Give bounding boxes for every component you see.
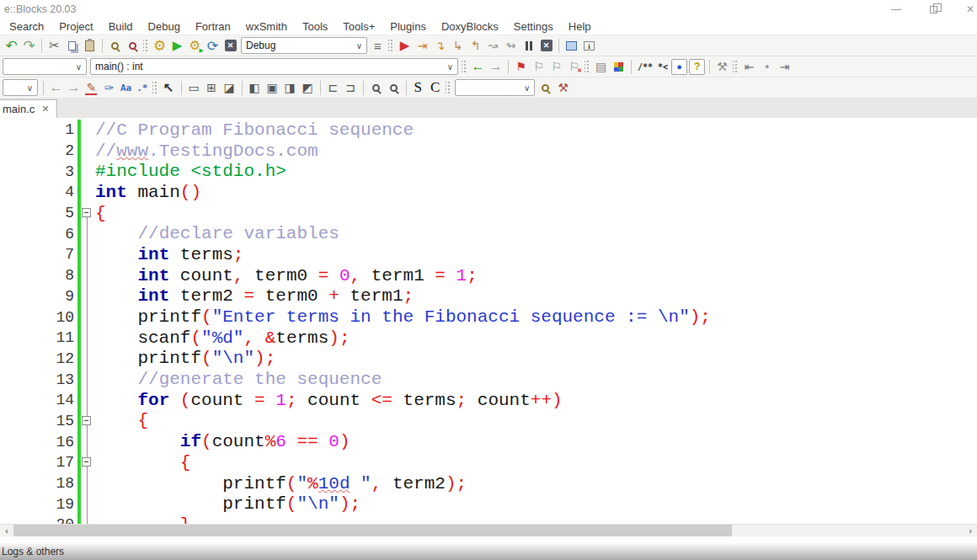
incremental-search-highlight-icon[interactable]: ● bbox=[758, 58, 776, 76]
cut-icon[interactable]: ✂ bbox=[45, 37, 63, 55]
settings-wrench-icon[interactable]: ⚒ bbox=[713, 58, 731, 76]
toggle-bookmark-icon[interactable]: ⚑ bbox=[512, 58, 530, 76]
code-line[interactable]: 14 for (count = 1; count <= terms; count… bbox=[0, 390, 977, 411]
scroll-left-button[interactable]: ‹ bbox=[0, 525, 13, 536]
menu-fortran[interactable]: Fortran bbox=[188, 19, 238, 35]
code-line[interactable]: 1//C Program Fibonacci sequence bbox=[0, 120, 977, 141]
open-files-wrench-icon[interactable]: ⚒ bbox=[554, 79, 572, 97]
menu-doxyblocks[interactable]: DoxyBlocks bbox=[434, 19, 506, 35]
code-line[interactable]: 2//www.TestingDocs.com bbox=[0, 141, 977, 162]
paste-icon[interactable] bbox=[81, 37, 99, 55]
highlight-mode-pencil-icon[interactable]: ✎ bbox=[83, 79, 100, 97]
code-completion-function-combo[interactable]: main() : int∨ bbox=[90, 58, 458, 75]
fold-toggle-icon[interactable]: − bbox=[82, 208, 91, 217]
code-line[interactable]: 20 } bbox=[0, 515, 977, 524]
doxyblocks-extract-icon[interactable]: ▤ bbox=[592, 58, 610, 76]
close-button[interactable]: ✕ bbox=[952, 0, 977, 19]
code-line[interactable]: 7 int terms; bbox=[0, 244, 977, 265]
zoom-out-icon[interactable] bbox=[385, 79, 403, 97]
debug-continue-icon[interactable]: ▶ bbox=[396, 37, 414, 55]
undo-icon[interactable]: ↶ bbox=[3, 37, 20, 55]
code-line[interactable]: 10 printf("Enter terms in the Fibonacci … bbox=[0, 307, 977, 328]
menu-project[interactable]: Project bbox=[51, 19, 100, 35]
run-to-cursor-icon[interactable]: ⇥ bbox=[414, 37, 431, 55]
code-line[interactable]: 5−{ bbox=[0, 203, 977, 224]
wxsmith-content-icon[interactable]: C bbox=[426, 79, 444, 97]
code-line[interactable]: 19 printf("\n"); bbox=[0, 493, 977, 515]
tab-close-icon[interactable]: ✕ bbox=[41, 104, 49, 115]
thread-search-icon[interactable] bbox=[537, 79, 554, 97]
code-line[interactable]: 13 //generate the sequence bbox=[0, 369, 977, 390]
code-line[interactable]: 9 int term2 = term0 + term1; bbox=[0, 286, 977, 307]
doxyblocks-config-icon[interactable] bbox=[610, 58, 627, 76]
clear-bookmarks-icon[interactable]: ⚐ bbox=[565, 58, 583, 76]
menu-wxsmith[interactable]: wxSmith bbox=[238, 19, 295, 35]
match-case-icon[interactable]: Aa bbox=[118, 79, 134, 97]
code-line[interactable]: 15− { bbox=[0, 411, 977, 432]
wxsmith-frame-icon[interactable]: ▭ bbox=[185, 79, 203, 97]
build-target-options-icon[interactable]: ≡ bbox=[369, 37, 387, 55]
scroll-right-button[interactable]: › bbox=[964, 525, 977, 536]
redo-icon[interactable]: ↷ bbox=[20, 37, 38, 55]
doxyblocks-line-comment-icon[interactable]: *< bbox=[655, 58, 670, 76]
abort-build-icon[interactable]: ✕ bbox=[222, 37, 239, 55]
selected-text-highlight-icon[interactable]: ✑ bbox=[100, 79, 118, 97]
wxsmith-align-center-icon[interactable]: ▣ bbox=[264, 79, 281, 97]
nav-forward-icon[interactable]: → bbox=[65, 79, 83, 97]
wxsmith-pointer-icon[interactable]: ↖ bbox=[160, 79, 178, 97]
doxyblocks-run-html-icon[interactable]: ● bbox=[671, 59, 687, 75]
minimize-button[interactable]: — bbox=[878, 0, 915, 19]
goto-declaration-back-icon[interactable]: ← bbox=[469, 58, 487, 76]
wxsmith-border-right-icon[interactable]: ⊐ bbox=[342, 79, 360, 97]
incremental-search-combo[interactable]: ∨ bbox=[3, 79, 38, 96]
step-into-instruction-icon[interactable]: ↬ bbox=[502, 37, 520, 55]
menu-build[interactable]: Build bbox=[101, 19, 141, 35]
quick-search-combo[interactable]: ∨ bbox=[455, 79, 535, 96]
code-completion-scope-combo[interactable]: ∨ bbox=[3, 58, 87, 75]
menu-debug[interactable]: Debug bbox=[141, 19, 188, 35]
code-line[interactable]: 6 //declare variables bbox=[0, 223, 977, 244]
next-line-icon[interactable]: ↴ bbox=[431, 37, 449, 55]
next-instruction-icon[interactable]: ↝ bbox=[484, 37, 502, 55]
wxsmith-split-vertical-icon[interactable]: ◪ bbox=[221, 79, 238, 97]
doxyblocks-run-chm-icon[interactable]: ? bbox=[689, 59, 705, 75]
wxsmith-align-left-icon[interactable]: ◧ bbox=[246, 79, 264, 97]
tab-main-c[interactable]: main.c ✕ bbox=[0, 99, 57, 118]
menu-settings[interactable]: Settings bbox=[506, 19, 561, 35]
scrollbar-thumb[interactable] bbox=[13, 525, 732, 536]
stop-debugger-icon[interactable]: ✕ bbox=[537, 37, 555, 55]
pause-debugger-icon[interactable] bbox=[520, 37, 537, 55]
code-line[interactable]: 16 if(count%6 == 0) bbox=[0, 431, 977, 452]
step-out-icon[interactable]: ↰ bbox=[467, 37, 484, 55]
wxsmith-border-left-icon[interactable]: ⊏ bbox=[324, 79, 342, 97]
step-into-icon[interactable]: ↳ bbox=[449, 37, 467, 55]
copy-icon[interactable] bbox=[63, 37, 81, 55]
menu-tools[interactable]: Tools bbox=[295, 19, 335, 35]
build-and-run-icon[interactable]: ⚙ bbox=[186, 37, 204, 55]
goto-implementation-forward-icon[interactable]: → bbox=[487, 58, 505, 76]
wxsmith-align-right-icon[interactable]: ◨ bbox=[281, 79, 299, 97]
menu-search[interactable]: Search bbox=[2, 19, 51, 35]
regex-icon[interactable]: .* bbox=[134, 79, 150, 97]
wxsmith-source-icon[interactable]: S bbox=[410, 79, 426, 97]
restore-button[interactable] bbox=[915, 0, 952, 19]
code-line[interactable]: 3#include <stdio.h> bbox=[0, 161, 977, 182]
build-target-combo[interactable]: Debug∨ bbox=[241, 37, 367, 54]
run-icon[interactable]: ▶ bbox=[168, 37, 186, 55]
menu-tools[interactable]: Tools+ bbox=[335, 19, 382, 35]
menu-plugins[interactable]: Plugins bbox=[382, 19, 434, 35]
wxsmith-split-horizontal-icon[interactable]: ⊞ bbox=[203, 79, 221, 97]
fold-toggle-icon[interactable]: − bbox=[82, 416, 91, 425]
code-line[interactable]: 11 scanf("%d", &terms); bbox=[0, 328, 977, 349]
code-line[interactable]: 18 printf("%10d ", term2); bbox=[0, 473, 977, 494]
code-line[interactable]: 12 printf("\n"); bbox=[0, 349, 977, 370]
nav-back-icon[interactable]: ← bbox=[47, 79, 65, 97]
zoom-in-icon[interactable] bbox=[367, 79, 385, 97]
next-bookmark-icon[interactable]: ⚐ bbox=[547, 58, 565, 76]
code-line[interactable]: 17− { bbox=[0, 452, 977, 473]
various-info-icon[interactable]: i bbox=[580, 37, 598, 55]
replace-icon[interactable] bbox=[124, 37, 141, 55]
scrollbar-track[interactable] bbox=[13, 525, 964, 536]
menu-help[interactable]: Help bbox=[561, 19, 599, 35]
debugging-windows-icon[interactable] bbox=[563, 37, 580, 55]
